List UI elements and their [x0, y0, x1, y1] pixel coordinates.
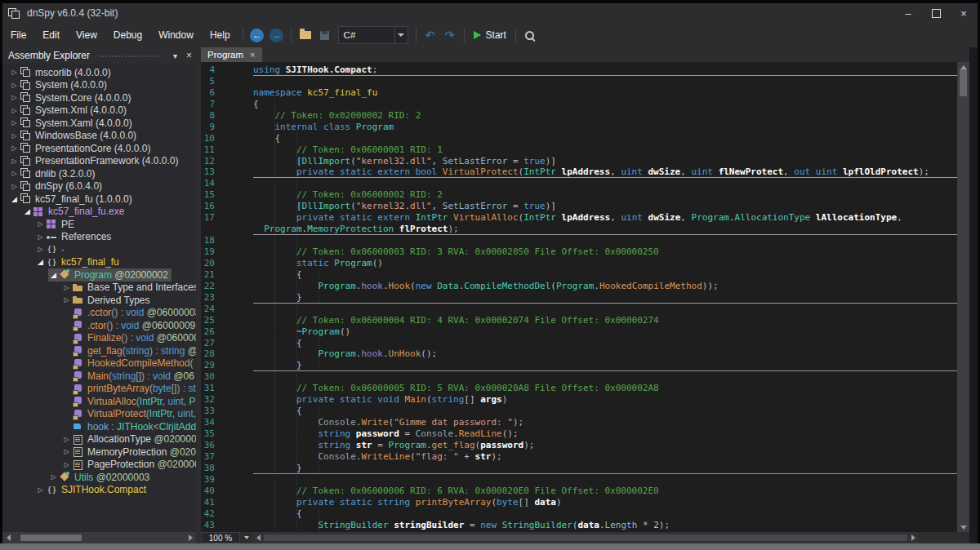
- expander-icon[interactable]: ▷: [9, 183, 20, 190]
- tree-item[interactable]: hook : JITHook<ClrjitAdd: [2, 420, 196, 433]
- tree-item[interactable]: .ctor() : void @06000009: [2, 319, 196, 332]
- editor-horizontal-scrollbar[interactable]: [252, 532, 919, 543]
- tree-item[interactable]: VirtualProtect(IntPtr, uint,: [2, 408, 196, 421]
- scroll-down-icon[interactable]: [958, 522, 969, 532]
- navigate-back-button[interactable]: ←: [247, 25, 267, 45]
- tree-item[interactable]: HookedCompileMethod(: [2, 357, 196, 370]
- tree-item[interactable]: VirtualAlloc(IntPtr, uint, P: [2, 395, 196, 408]
- menu-window[interactable]: Window: [150, 26, 202, 44]
- expander-icon[interactable]: ▷: [9, 82, 20, 89]
- tree-item[interactable]: ▷{ }-: [2, 243, 196, 256]
- expander-icon[interactable]: ▷: [9, 170, 20, 177]
- scroll-right-icon[interactable]: [907, 532, 919, 543]
- code-view[interactable]: 4using SJITHook.Compact;56namespace kc57…: [201, 62, 957, 532]
- tree-item[interactable]: ▷dnSpy (6.0.4.0): [2, 180, 196, 193]
- panel-close-button[interactable]: ×: [182, 50, 196, 61]
- expander-icon[interactable]: ▷: [35, 486, 46, 494]
- line-number: 44: [201, 530, 225, 532]
- start-debug-button[interactable]: Start: [469, 25, 511, 45]
- expander-icon[interactable]: ▷: [9, 157, 20, 165]
- tree-item[interactable]: ▷Utils @02000003: [2, 471, 196, 484]
- menu-file[interactable]: File: [2, 26, 34, 44]
- tree-item[interactable]: ▷{ }SJITHook.Compact: [2, 484, 196, 497]
- line-number: 32: [201, 394, 225, 406]
- close-button[interactable]: ×: [950, 3, 978, 23]
- minimize-button[interactable]: –: [894, 3, 922, 23]
- explorer-horizontal-scrollbar[interactable]: [2, 532, 196, 543]
- panel-grip[interactable]: [98, 55, 162, 59]
- expander-icon[interactable]: ◢: [9, 195, 20, 203]
- undo-button[interactable]: ↶: [421, 25, 440, 45]
- panel-menu-button[interactable]: ▾: [168, 51, 182, 60]
- menu-view[interactable]: View: [68, 26, 105, 44]
- expander-icon[interactable]: ▷: [9, 69, 20, 76]
- tree-item[interactable]: ▷System (4.0.0.0): [2, 79, 196, 92]
- expander-icon[interactable]: ▷: [48, 473, 59, 481]
- tree-item[interactable]: ▷Base Type and Interfaces: [2, 282, 196, 295]
- tree-item[interactable]: Finalize() : void @0600000: [2, 332, 196, 345]
- expander-icon[interactable]: ▷: [61, 284, 72, 291]
- scrollbar-thumb[interactable]: [264, 534, 907, 541]
- tree-item[interactable]: ◢kc57_final_fu.exe: [2, 206, 196, 219]
- tree-item[interactable]: ▷mscorlib (4.0.0.0): [2, 66, 196, 79]
- tree-item[interactable]: printByteArray(byte[]) : st: [2, 383, 196, 396]
- tree-item[interactable]: ▷MemoryProtection @020: [2, 446, 196, 459]
- tree-item[interactable]: ▷System.Xml (4.0.0.0): [2, 104, 196, 118]
- code-line: 4using SJITHook.Compact;: [201, 64, 957, 76]
- expander-icon[interactable]: ▷: [35, 233, 46, 241]
- tree-item[interactable]: ◢kc57_final_fu (1.0.0.0): [2, 193, 196, 206]
- expander-icon[interactable]: ◢: [22, 207, 33, 215]
- expander-icon[interactable]: ▷: [9, 132, 20, 140]
- expander-icon[interactable]: ▷: [61, 448, 72, 455]
- tree-item[interactable]: ◢{ }kc57_final_fu: [2, 256, 196, 269]
- expander-icon[interactable]: ▷: [9, 144, 20, 152]
- tree-item[interactable]: .cctor() : void @06000003: [2, 307, 196, 320]
- tree-item[interactable]: ▷PE: [2, 218, 196, 231]
- line-number: 28: [201, 348, 225, 360]
- tree-item[interactable]: ▷AllocationType @0200000: [2, 433, 196, 446]
- tree-item[interactable]: ▷WindowsBase (4.0.0.0): [2, 130, 196, 143]
- zoom-level[interactable]: 100 %: [201, 532, 240, 543]
- menu-edit[interactable]: Edit: [34, 26, 68, 44]
- tree-item[interactable]: ▷PageProtection @020000: [2, 459, 196, 472]
- menu-help[interactable]: Help: [202, 26, 238, 44]
- expander-icon[interactable]: ▷: [35, 220, 46, 228]
- expander-icon[interactable]: ▷: [9, 119, 20, 126]
- expander-icon[interactable]: ▷: [9, 94, 20, 101]
- tab-close-icon[interactable]: ×: [250, 50, 255, 60]
- save-all-button[interactable]: [315, 25, 335, 45]
- tree-item[interactable]: ▷PresentationFramework (4.0.0.0): [2, 155, 196, 168]
- search-button[interactable]: [520, 25, 540, 45]
- expander-icon[interactable]: ▷: [9, 107, 20, 114]
- zoom-dropdown-button[interactable]: [240, 532, 252, 543]
- expander-icon[interactable]: ◢: [48, 271, 59, 279]
- expander-icon[interactable]: ▷: [61, 296, 72, 304]
- tree-item[interactable]: get_flag(string) : string @: [2, 344, 196, 357]
- tab-program[interactable]: Program ×: [201, 47, 262, 62]
- scroll-left-icon[interactable]: [252, 532, 264, 543]
- tree-item[interactable]: ▷System.Xaml (4.0.0.0): [2, 117, 196, 130]
- language-combobox[interactable]: C#: [338, 26, 408, 44]
- scrollbar-thumb[interactable]: [20, 534, 82, 541]
- scrollbar-thumb[interactable]: [960, 69, 967, 96]
- tree-item[interactable]: ◢Program @02000002: [2, 268, 196, 282]
- menu-debug[interactable]: Debug: [105, 26, 150, 44]
- expander-icon[interactable]: ▷: [35, 246, 46, 253]
- maximize-button[interactable]: [922, 3, 950, 23]
- tree-item[interactable]: ▷References: [2, 231, 196, 244]
- combobox-dropdown-button[interactable]: [394, 27, 408, 43]
- expander-icon[interactable]: ◢: [35, 258, 46, 266]
- open-file-button[interactable]: [296, 25, 315, 45]
- tree-item[interactable]: ▷dnlib (3.2.0.0): [2, 167, 196, 180]
- redo-button[interactable]: ↷: [440, 25, 460, 45]
- editor-vertical-scrollbar[interactable]: [957, 62, 969, 532]
- expander-icon[interactable]: ▷: [61, 436, 72, 443]
- navigate-forward-button[interactable]: →: [267, 25, 287, 45]
- tree-item[interactable]: ▷Derived Types: [2, 294, 196, 307]
- expander-icon[interactable]: ▷: [61, 461, 72, 468]
- tree-item[interactable]: ▷PresentationCore (4.0.0.0): [2, 142, 196, 155]
- tree-item[interactable]: Main(string[]) : void @06: [2, 370, 196, 383]
- scroll-left-icon[interactable]: [2, 532, 14, 543]
- tree-item[interactable]: ▷System.Core (4.0.0.0): [2, 91, 196, 104]
- scroll-right-icon[interactable]: [185, 532, 196, 543]
